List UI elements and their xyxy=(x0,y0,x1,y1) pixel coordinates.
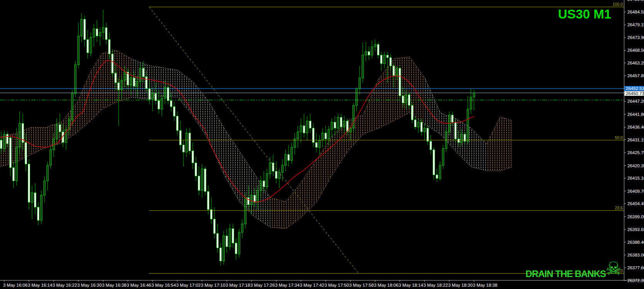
time-tick-label: 3 May 17:58 xyxy=(349,283,374,287)
candle-body xyxy=(226,236,228,246)
candle-body xyxy=(37,207,39,220)
candle-body xyxy=(59,124,61,132)
time-tick-label: 3 May 17:02 xyxy=(176,283,201,287)
price-tick-label: 26393.65 xyxy=(627,227,644,232)
candle-body xyxy=(109,40,110,54)
time-tick-label: 3 May 16:22 xyxy=(53,283,77,287)
candle-body xyxy=(452,115,454,122)
price-tick-label: 26479.15 xyxy=(627,22,644,27)
price-tick-label: 26404.45 xyxy=(627,201,644,206)
price-tick-label: 26457.85 xyxy=(627,73,644,78)
price-tick-label: 26463.25 xyxy=(627,61,644,65)
candle-body xyxy=(133,78,135,87)
time-tick-label: 3 May 16:14 xyxy=(28,283,53,287)
candle-body xyxy=(313,128,314,143)
candle xyxy=(433,147,435,180)
price-tick-label: 26415.10 xyxy=(627,176,644,180)
time-tick-label: 3 May 17:18 xyxy=(226,283,250,287)
candle-body xyxy=(180,131,182,145)
time-tick-label: 3 May 17:26 xyxy=(250,283,275,287)
time-tick-label: 3 May 16:06 xyxy=(3,283,27,287)
skull-crossbones-icon: ☠ xyxy=(605,258,621,279)
time-tick-label: 3 May 18:06 xyxy=(374,283,398,287)
candle-body xyxy=(204,169,206,192)
time-tick-label: 3 May 18:22 xyxy=(423,283,448,287)
time-tick-label: 3 May 16:54 xyxy=(151,283,176,287)
candle-body xyxy=(10,138,12,168)
candle-body xyxy=(183,145,185,152)
time-tick-label: 3 May 17:34 xyxy=(275,283,300,287)
candle-body xyxy=(387,55,389,58)
candle-body xyxy=(340,117,342,127)
price-tick-label: 26409.70 xyxy=(627,189,644,194)
candle-body xyxy=(393,66,395,76)
price-tick-label: 26420.35 xyxy=(627,163,644,168)
candle-body xyxy=(214,219,216,233)
candle-body xyxy=(25,143,27,164)
fib-level-label: 100.0 xyxy=(613,2,623,7)
candle-body xyxy=(7,134,8,144)
price-tick-label: 26468.50 xyxy=(627,48,644,53)
ask-price-text: 26452.53 xyxy=(626,86,644,91)
candle-body xyxy=(87,40,89,53)
candle-body xyxy=(325,133,327,139)
candle-body xyxy=(0,140,2,149)
candle-body xyxy=(207,192,209,210)
price-tick-label: 26377.60 xyxy=(627,265,644,270)
candle-body xyxy=(411,105,413,120)
candle-body xyxy=(232,229,234,243)
time-tick-label: 3 May 17:50 xyxy=(325,283,349,287)
candle-body xyxy=(381,55,382,64)
price-tick-label: 26388.40 xyxy=(627,240,644,245)
candle-body xyxy=(28,164,30,202)
candle-body xyxy=(146,77,148,89)
candle-body xyxy=(436,175,438,178)
candle-body xyxy=(118,83,120,90)
chart-background xyxy=(0,0,644,289)
candle-body xyxy=(195,163,197,176)
candle-body xyxy=(112,54,114,73)
candle-body xyxy=(368,52,370,55)
time-tick-label: 3 May 17:10 xyxy=(201,283,225,287)
candle-body xyxy=(155,94,157,101)
candle-body xyxy=(177,116,178,131)
candle-body xyxy=(235,243,237,254)
candle-body xyxy=(334,122,336,128)
candle-body xyxy=(84,19,86,40)
bid-price-badge: 26450.73 xyxy=(625,91,644,96)
candle-body xyxy=(192,151,194,163)
candle-body xyxy=(433,150,435,175)
candle-body xyxy=(408,95,410,105)
candle-body xyxy=(217,233,219,248)
time-tick-label: 3 May 16:46 xyxy=(127,283,151,287)
candle-body xyxy=(96,29,98,36)
time-tick-label: 3 May 18:38 xyxy=(473,283,497,287)
candle-body xyxy=(13,168,15,181)
price-tick-label: 26383.00 xyxy=(627,253,644,257)
candle-body xyxy=(402,96,404,103)
time-tick-label: 3 May 18:14 xyxy=(399,283,423,287)
fib-level-label: 23.6 xyxy=(615,206,623,210)
trading-chart[interactable]: 100.050.023.60.0 26489.9526484.5526479.1… xyxy=(0,0,644,289)
candle-body xyxy=(309,121,311,128)
candle-body xyxy=(198,176,200,190)
price-tick-label: 26436.40 xyxy=(627,125,644,129)
candle-body xyxy=(303,126,305,133)
candle-body xyxy=(275,171,277,178)
candle-body xyxy=(158,101,160,109)
candle-body xyxy=(220,248,222,261)
candle-body xyxy=(427,128,429,141)
price-tick-label: 26489.95 xyxy=(627,0,644,2)
fib-level-label: 50.0 xyxy=(615,135,623,140)
watermark-text: DRAIN THE BANKS xyxy=(525,269,606,279)
time-tick-label: 3 May 18:30 xyxy=(448,283,472,287)
time-tick-label: 3 May 16:38 xyxy=(102,283,126,287)
bid-price-text: 26450.73 xyxy=(626,91,644,96)
candle-body xyxy=(430,141,432,150)
price-tick-label: 26431.15 xyxy=(627,138,644,142)
candle-body xyxy=(34,193,36,207)
candle-body xyxy=(288,155,290,161)
candle-body xyxy=(105,28,107,40)
symbol-timeframe-label: US30 M1 xyxy=(558,7,611,21)
candle-body xyxy=(211,209,212,219)
